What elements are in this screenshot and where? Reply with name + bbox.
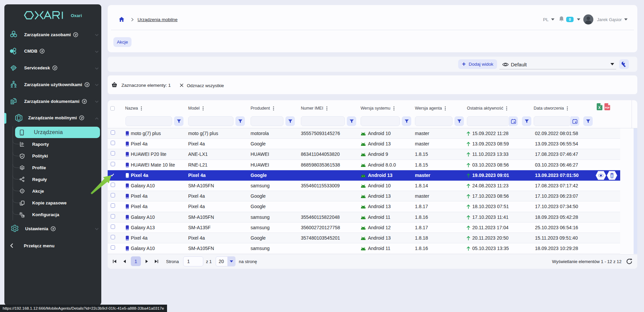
svg-text:X: X [598, 106, 601, 110]
svg-text:PDF: PDF [605, 107, 610, 109]
